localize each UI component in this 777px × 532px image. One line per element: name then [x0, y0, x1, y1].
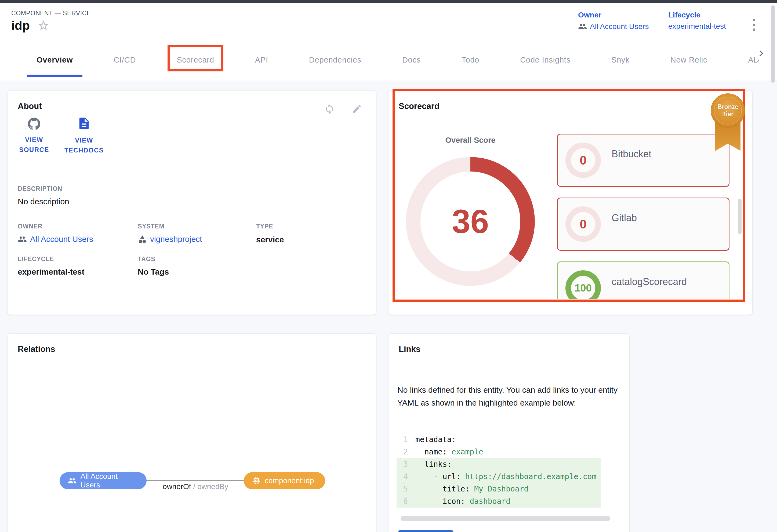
type-field-value: service	[256, 235, 284, 244]
overall-score-gauge: 36	[406, 157, 535, 286]
yaml-code-block: 1metadata: 2 name: example 3 links: 4 - …	[397, 433, 601, 508]
code-line-highlighted: 4 - url: https://dashboard.example.com	[397, 471, 601, 483]
tabs-scroll-right-icon[interactable]	[755, 47, 767, 59]
scorecard-item-bitbucket[interactable]: 0 Bitbucket	[557, 134, 730, 187]
tab-todo[interactable]: Todo	[452, 39, 489, 81]
more-options-icon[interactable]	[751, 17, 757, 32]
tags-field-label: TAGS	[138, 256, 155, 263]
bronze-tier-badge: Bronze Tier	[711, 94, 745, 150]
techdocs-doc-icon	[77, 117, 91, 130]
people-icon	[68, 476, 77, 485]
code-line: 1metadata:	[397, 433, 601, 446]
relations-card: Relations All Account Users component:id…	[7, 334, 376, 532]
tab-cicd[interactable]: CI/CD	[104, 39, 145, 81]
scorecard-item-catalogscorecard[interactable]: 100 catalogScorecard	[557, 261, 730, 299]
links-action-button[interactable]	[398, 530, 453, 532]
tab-code-insights[interactable]: Code Insights	[511, 39, 580, 81]
category-icon	[138, 235, 147, 244]
about-card: About VIEW SOURCE VIEW TECHDOCS DESCRIPT…	[7, 91, 376, 314]
overall-score-value: 36	[452, 203, 489, 241]
breadcrumb: COMPONENT — SERVICE	[11, 10, 91, 17]
entity-header: COMPONENT — SERVICE idp Owner All Accoun…	[0, 3, 777, 39]
relations-title: Relations	[18, 345, 55, 354]
code-line: 2 name: example	[397, 446, 601, 458]
view-source-link[interactable]: VIEW SOURCE	[11, 118, 57, 155]
entity-page: COMPONENT — SERVICE idp Owner All Accoun…	[0, 0, 777, 532]
score-ring: 0	[565, 143, 601, 178]
relation-node-owner[interactable]: All Account Users	[60, 472, 146, 489]
score-ring: 100	[565, 270, 601, 299]
tab-docs[interactable]: Docs	[393, 39, 430, 81]
tab-scorecard[interactable]: Scorecard	[167, 39, 224, 81]
system-field-label: SYSTEM	[138, 223, 164, 230]
chip-icon	[252, 476, 261, 485]
relation-edge-label: ownerOf / ownedBy	[147, 482, 244, 491]
owner-value: All Account Users	[590, 22, 649, 31]
scorecard-title: Scorecard	[399, 102, 440, 111]
tab-api[interactable]: API	[245, 39, 278, 81]
view-source-label: VIEW SOURCE	[11, 135, 57, 155]
scorecard-item-name: Gitlab	[612, 212, 637, 224]
lifecycle-value: experimental-test	[668, 22, 726, 31]
links-card: Links No links defined for this entity. …	[388, 334, 629, 532]
header-owner-block: Owner All Account Users	[578, 11, 649, 31]
view-techdocs-label: VIEW TECHDOCS	[61, 135, 107, 155]
scorecard-item-name: Bitbucket	[612, 148, 651, 160]
relation-node-owner-label: All Account Users	[81, 472, 138, 489]
code-horizontal-scrollbar[interactable]	[401, 516, 610, 521]
tab-snyk[interactable]: Snyk	[602, 39, 639, 81]
badge-text-line1: Bronze	[717, 103, 738, 111]
github-icon	[28, 118, 40, 130]
overall-score-label: Overall Score	[427, 136, 513, 145]
owner-field-link[interactable]: All Account Users	[18, 235, 93, 244]
system-field-link[interactable]: vigneshproject	[138, 235, 202, 244]
view-techdocs-link[interactable]: VIEW TECHDOCS	[61, 117, 107, 155]
entity-tabs: Overview CI/CD Scorecard API Dependencie…	[0, 39, 777, 81]
people-icon	[578, 22, 587, 31]
code-line-highlighted: 6 icon: dashboard	[397, 495, 601, 508]
scorecard-list-scrollbar[interactable]	[738, 198, 742, 234]
badge-rosette: Bronze Tier	[711, 94, 745, 127]
code-line-highlighted: 3 links:	[397, 458, 601, 471]
scorecard-item-name: catalogScorecard	[612, 276, 687, 287]
owner-link[interactable]: All Account Users	[578, 22, 649, 31]
links-empty-text: No links defined for this entity. You ca…	[398, 384, 620, 409]
code-line-highlighted: 5 title: My Dashboard	[397, 483, 601, 495]
relation-node-component-label: component:idp	[265, 477, 314, 485]
page-scrollbar[interactable]	[771, 5, 775, 83]
tab-ad[interactable]: AD	[738, 39, 769, 81]
owner-label: Owner	[578, 11, 649, 19]
description-label: DESCRIPTION	[18, 185, 62, 192]
active-tab-indicator	[27, 75, 83, 77]
lifecycle-label: Lifecycle	[668, 11, 726, 19]
description-value: No description	[18, 197, 69, 206]
about-title: About	[18, 102, 42, 111]
favorite-star-icon[interactable]	[37, 19, 50, 32]
scorecard-list[interactable]: 0 Bitbucket 0 Gitlab 100 catalogScorecar…	[557, 131, 730, 299]
score-ring: 0	[565, 207, 601, 242]
tab-new-relic[interactable]: New Relic	[661, 39, 717, 81]
tags-field-value: No Tags	[138, 267, 169, 276]
scorecard-card: Scorecard Bronze Tier Overall Score 36 0…	[388, 91, 752, 314]
badge-text-line2: Tier	[722, 111, 734, 118]
header-lifecycle-block: Lifecycle experimental-test	[668, 11, 726, 31]
scorecard-item-gitlab[interactable]: 0 Gitlab	[557, 197, 730, 251]
lifecycle-field-label: LIFECYCLE	[18, 256, 54, 263]
tab-dependencies[interactable]: Dependencies	[299, 39, 371, 81]
browser-top-strip	[0, 0, 777, 3]
refresh-icon[interactable]	[324, 104, 335, 114]
owner-field-label: OWNER	[18, 223, 42, 230]
links-title: Links	[399, 345, 421, 354]
type-field-label: TYPE	[256, 223, 273, 230]
page-title: idp	[11, 18, 30, 33]
edit-icon[interactable]	[351, 104, 362, 114]
relation-edge-line	[146, 480, 244, 481]
relation-node-component[interactable]: component:idp	[244, 472, 325, 489]
people-icon	[18, 235, 27, 244]
lifecycle-field-value: experimental-test	[18, 267, 84, 276]
tab-overview[interactable]: Overview	[27, 39, 83, 81]
overview-content: About VIEW SOURCE VIEW TECHDOCS DESCRIPT…	[0, 81, 777, 532]
